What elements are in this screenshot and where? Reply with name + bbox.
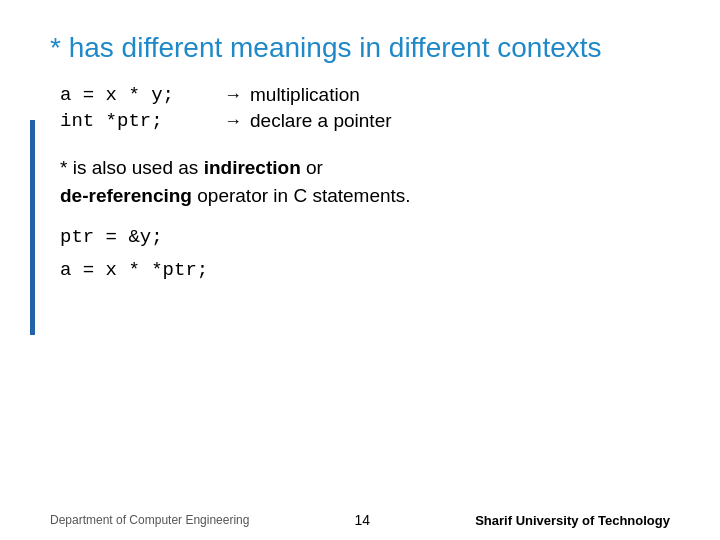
slide-title: * has different meanings in different co… xyxy=(50,30,670,66)
code-deref: a = x * *ptr; xyxy=(60,256,670,285)
desc-multiplication: multiplication xyxy=(250,84,360,106)
row-pointer: int *ptr; → declare a pointer xyxy=(60,110,670,132)
arrow-multiplication: → xyxy=(224,85,242,106)
desc-pointer: declare a pointer xyxy=(250,110,392,132)
text-block: * is also used as indirection or de-refe… xyxy=(60,154,670,209)
footer-university: Sharif University of Technology xyxy=(475,513,670,528)
code-multiplication: a = x * y; xyxy=(60,84,220,106)
text-prefix: * is also used as xyxy=(60,157,204,178)
text-bold-indirection: indirection xyxy=(204,157,301,178)
text-or: or xyxy=(301,157,323,178)
code-ptr-assign: ptr = &y; xyxy=(60,223,670,252)
footer: Department of Computer Engineering 14 Sh… xyxy=(0,512,720,528)
row-multiplication: a = x * y; → multiplication xyxy=(60,84,670,106)
footer-page-number: 14 xyxy=(355,512,371,528)
footer-department: Department of Computer Engineering xyxy=(50,513,249,527)
text-bold-dereferencing: de-referencing xyxy=(60,185,192,206)
code-pointer: int *ptr; xyxy=(60,110,220,132)
text-end: operator in C statements. xyxy=(192,185,411,206)
blue-bar xyxy=(30,120,35,335)
slide: * has different meanings in different co… xyxy=(0,0,720,540)
content-area: a = x * y; → multiplication int *ptr; → … xyxy=(60,84,670,284)
arrow-pointer: → xyxy=(224,111,242,132)
